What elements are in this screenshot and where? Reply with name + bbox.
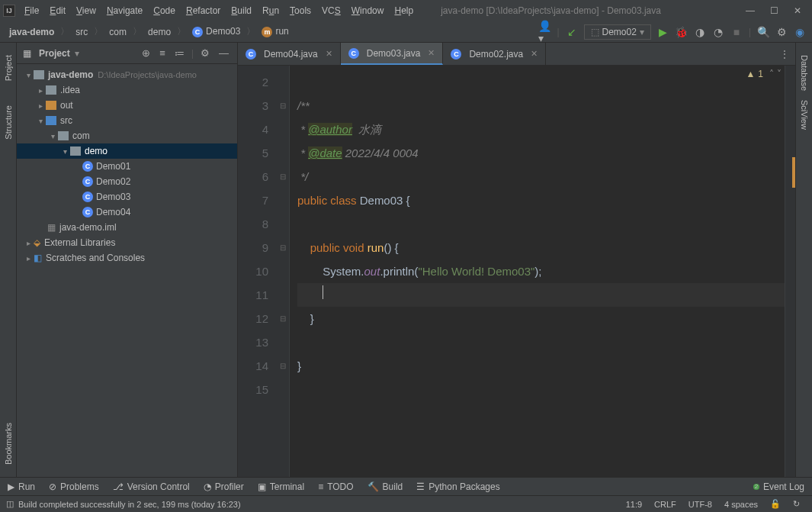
menu-build[interactable]: Build: [226, 4, 256, 18]
user-add-icon[interactable]: 👤▾: [538, 26, 550, 38]
terminal-icon: ▣: [258, 481, 266, 492]
stop-icon[interactable]: ■: [730, 26, 743, 38]
menu-tools[interactable]: Tools: [285, 4, 316, 18]
titlebar: IJ File Edit View Navigate Code Refactor…: [0, 0, 812, 21]
globe-icon[interactable]: ◉: [794, 26, 806, 38]
crumb-root[interactable]: java-demo: [6, 26, 57, 38]
editor-scrollbar[interactable]: [785, 66, 795, 477]
menu-view[interactable]: View: [72, 4, 101, 18]
statusbar: ◫ Build completed successfully in 2 sec,…: [0, 495, 812, 512]
bottom-event-log[interactable]: 2Event Log: [753, 481, 804, 492]
tool-sciview[interactable]: SciView: [798, 95, 810, 134]
menu-navigate[interactable]: Navigate: [102, 4, 147, 18]
maximize-icon[interactable]: ☐: [770, 5, 778, 16]
menu-file[interactable]: File: [20, 4, 43, 18]
close-icon[interactable]: ✕: [531, 49, 538, 59]
tool-bookmarks[interactable]: Bookmarks: [2, 418, 14, 469]
run-icon[interactable]: ▶: [657, 26, 669, 38]
tree-ext-lib[interactable]: ▸⬙External Libraries: [17, 235, 237, 250]
status-linesep[interactable]: CRLF: [648, 500, 682, 509]
tree-file-demo02[interactable]: CDemo02: [17, 174, 237, 189]
editor-area: CDemo04.java✕ CDemo03.java✕ CDemo02.java…: [238, 43, 795, 477]
project-icon: ▦: [23, 48, 31, 59]
status-indent[interactable]: 4 spaces: [718, 500, 764, 509]
tree-file-demo04[interactable]: CDemo04: [17, 204, 237, 220]
menu-help[interactable]: Help: [390, 4, 418, 18]
tree-iml[interactable]: ▦java-demo.iml: [17, 220, 237, 235]
warning-badge[interactable]: ▲1 ˄˅: [746, 69, 782, 79]
tree-scratches[interactable]: ▸◧Scratches and Consoles: [17, 250, 237, 266]
tool-database[interactable]: Database: [798, 50, 810, 95]
coverage-icon[interactable]: ◑: [694, 26, 706, 38]
line-gutter: 234 567 8910 111213 1415: [238, 66, 276, 477]
menu-run[interactable]: Run: [258, 4, 284, 18]
bottom-run[interactable]: ▶Run: [8, 481, 35, 492]
status-toggle-icon[interactable]: ◫: [6, 499, 14, 509]
bottom-python[interactable]: ☰Python Packages: [416, 481, 499, 492]
close-icon[interactable]: ✕: [326, 49, 332, 59]
close-icon[interactable]: ✕: [794, 5, 801, 16]
bottom-profiler[interactable]: ◔Profiler: [204, 481, 244, 492]
build-icon: 🔨: [367, 481, 379, 492]
status-encoding[interactable]: UTF-8: [682, 500, 718, 509]
settings-icon[interactable]: ⚙: [775, 26, 788, 38]
tree-src[interactable]: ▾src: [17, 113, 237, 128]
tab-demo03[interactable]: CDemo03.java✕: [341, 43, 444, 65]
minimize-icon[interactable]: —: [746, 5, 755, 16]
bottom-terminal[interactable]: ▣Terminal: [258, 481, 304, 492]
bottom-vcs[interactable]: ⎇Version Control: [113, 481, 190, 492]
run-config-selector[interactable]: ⬚ Demo02 ▾: [584, 24, 651, 40]
tab-demo02[interactable]: CDemo02.java✕: [443, 43, 546, 65]
menu-code[interactable]: Code: [149, 4, 180, 18]
locate-icon[interactable]: ⊕: [140, 47, 152, 59]
project-tree: ▾java-demoD:\IdeaProjects\java-demo ▸.id…: [17, 64, 237, 477]
tool-project[interactable]: Project: [2, 50, 14, 85]
crumb-demo[interactable]: demo: [145, 26, 174, 38]
warning-icon: ▲: [746, 69, 755, 79]
search-icon[interactable]: 🔍: [757, 26, 769, 38]
chevron-down-icon[interactable]: ▾: [75, 48, 79, 59]
crumb-method[interactable]: mrun: [258, 25, 291, 38]
status-position[interactable]: 11:9: [620, 500, 648, 509]
build-icon[interactable]: ↙: [566, 26, 578, 38]
menu-edit[interactable]: Edit: [45, 4, 70, 18]
crumb-class[interactable]: CDemo03: [189, 25, 243, 38]
hide-icon[interactable]: —: [217, 47, 231, 59]
close-icon[interactable]: ✕: [428, 48, 435, 58]
chevron-down-icon: ▾: [640, 27, 644, 37]
tab-more-icon[interactable]: ⋮: [774, 43, 795, 65]
debug-icon[interactable]: 🐞: [676, 26, 688, 38]
right-tool-gutter: Database SciView: [795, 43, 812, 477]
bottom-problems[interactable]: ⊘Problems: [49, 481, 99, 492]
bottom-build[interactable]: 🔨Build: [367, 481, 403, 492]
tree-com[interactable]: ▾com: [17, 128, 237, 143]
expand-icon[interactable]: ≡: [157, 47, 168, 59]
profile-icon[interactable]: ◔: [712, 26, 724, 38]
tree-file-demo01[interactable]: CDemo01: [17, 159, 237, 174]
menu-refactor[interactable]: Refactor: [181, 4, 225, 18]
tree-root[interactable]: ▾java-demoD:\IdeaProjects\java-demo: [17, 67, 237, 82]
editor-body[interactable]: 234 567 8910 111213 1415 ⊟ ⊟ ⊟ ⊟ ⊟ /** *…: [238, 66, 795, 477]
fold-gutter: ⊟ ⊟ ⊟ ⊟ ⊟: [276, 66, 290, 477]
crumb-src[interactable]: src: [72, 26, 91, 38]
sync-icon[interactable]: ↻: [787, 499, 806, 509]
tree-out[interactable]: ▸out: [17, 98, 237, 113]
bottom-todo[interactable]: ≡TODO: [318, 481, 353, 492]
tree-file-demo03[interactable]: CDemo03: [17, 189, 237, 204]
app-logo: IJ: [3, 5, 15, 17]
collapse-icon[interactable]: ≔: [172, 47, 187, 59]
code-content[interactable]: /** * @author 水滴 * @date 2022/4/4 0004 *…: [290, 66, 785, 477]
menu-window[interactable]: Window: [347, 4, 389, 18]
crumb-com[interactable]: com: [106, 26, 130, 38]
breadcrumb: java-demo 〉 src 〉 com 〉 demo 〉 CDemo03 〉…: [6, 25, 292, 38]
tree-demo[interactable]: ▾demo: [17, 143, 237, 159]
profiler-icon: ◔: [204, 481, 211, 492]
tab-demo04[interactable]: CDemo04.java✕: [238, 43, 341, 65]
lock-icon[interactable]: 🔓: [764, 499, 787, 509]
menu-vcs[interactable]: VCS: [317, 4, 345, 18]
gear-icon[interactable]: ⚙: [198, 47, 212, 59]
project-title: Project: [39, 48, 70, 59]
tree-idea[interactable]: ▸.idea: [17, 82, 237, 98]
left-tool-gutter: Project Structure Bookmarks: [0, 43, 17, 477]
tool-structure[interactable]: Structure: [2, 101, 14, 144]
